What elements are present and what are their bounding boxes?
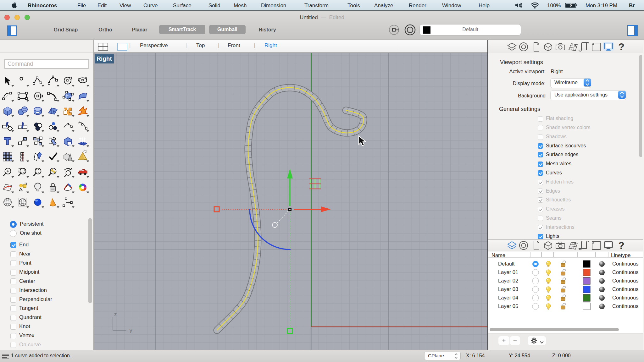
svg-text:y: y [130,327,132,333]
svg-text:z: z [114,311,117,317]
